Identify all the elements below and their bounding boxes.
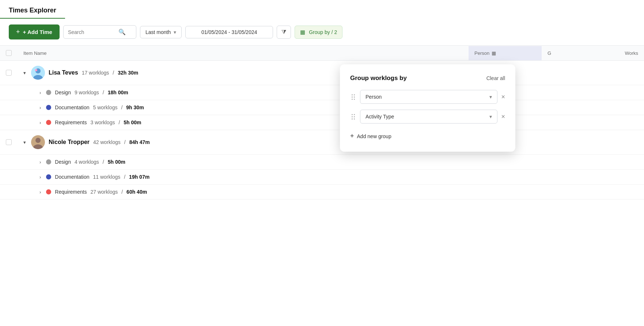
add-group-plus-icon: + bbox=[350, 132, 354, 140]
avatar bbox=[31, 66, 45, 80]
row-checkbox[interactable] bbox=[6, 139, 12, 145]
worklog-hours: 5h 00m bbox=[124, 120, 141, 125]
activity-dot bbox=[46, 120, 51, 125]
filter-button[interactable]: ⧩ bbox=[277, 26, 291, 39]
clear-all-button[interactable]: Clear all bbox=[486, 75, 505, 81]
person-row-content: ▾ Nicole Tropper 42 worklogs / 84h 47m bbox=[18, 135, 644, 149]
search-box[interactable]: 🔍 bbox=[63, 25, 136, 39]
layout-icon: ▦ bbox=[300, 29, 305, 35]
search-icon: 🔍 bbox=[118, 29, 126, 35]
avatar bbox=[31, 135, 45, 149]
sub-row: › Requirements 3 worklogs / 5h 00m bbox=[0, 115, 644, 130]
drag-handle[interactable] bbox=[350, 93, 356, 101]
col-person-layout-icon: ▦ bbox=[492, 50, 496, 56]
activity-name: Requirements bbox=[55, 189, 87, 195]
separator: / bbox=[124, 139, 126, 145]
sub-row-content: › Design 4 worklogs / 5h 00m bbox=[18, 159, 644, 165]
col-person-label: Person bbox=[474, 50, 489, 56]
worklog-count: 27 worklogs bbox=[91, 189, 118, 195]
drag-dots-icon bbox=[352, 94, 355, 100]
activity-name: Design bbox=[55, 90, 71, 95]
add-new-group-button[interactable]: + Add new group bbox=[350, 129, 505, 143]
toolbar: + + Add Time 🔍 Last month ▾ 01/05/2024 -… bbox=[0, 19, 644, 46]
person-row: ▾ Lisa Teves 17 worklogs / 32h 30m bbox=[0, 61, 644, 85]
sub-expand-icon[interactable]: › bbox=[39, 189, 41, 195]
date-filter-label: Last month bbox=[145, 29, 171, 35]
filter-icon: ⧩ bbox=[281, 29, 286, 35]
worklog-count: 9 worklogs bbox=[75, 90, 99, 95]
date-range-value: 01/05/2024 - 31/05/2024 bbox=[201, 29, 257, 35]
add-group-label: Add new group bbox=[357, 133, 391, 139]
sub-row: › Design 9 worklogs / 18h 00m bbox=[0, 85, 644, 100]
plus-icon: + bbox=[16, 28, 20, 36]
sub-row-content: › Design 9 worklogs / 18h 00m bbox=[18, 90, 644, 95]
worklog-hours: 5h 00m bbox=[108, 159, 125, 165]
sub-row: › Documentation 5 worklogs / 9h 30m bbox=[0, 100, 644, 115]
row-indent bbox=[0, 70, 18, 76]
activity-name: Documentation bbox=[55, 174, 89, 180]
worklog-count: 42 worklogs bbox=[93, 139, 121, 145]
worklog-hours: 9h 30m bbox=[126, 105, 144, 110]
sub-row: › Design 4 worklogs / 5h 00m bbox=[0, 155, 644, 170]
table-header: Item Name Person ▦ G Works bbox=[0, 46, 644, 61]
activity-dot bbox=[46, 189, 51, 194]
drag-dots-icon bbox=[352, 114, 355, 120]
person-name: Lisa Teves bbox=[49, 69, 78, 76]
expand-icon[interactable]: ▾ bbox=[23, 140, 26, 145]
sub-expand-icon[interactable]: › bbox=[39, 159, 41, 165]
col-header-group: G bbox=[542, 46, 600, 60]
group-select-2-chevron-icon: ▾ bbox=[489, 114, 492, 120]
worklog-count: 3 worklogs bbox=[91, 120, 115, 125]
add-time-label: + Add Time bbox=[23, 29, 52, 35]
avatar-image bbox=[31, 135, 45, 149]
drag-handle[interactable] bbox=[350, 113, 356, 121]
separator: / bbox=[118, 120, 120, 125]
person-row: ▾ Nicole Tropper 42 worklogs / 84h 47m bbox=[0, 130, 644, 155]
person-name: Nicole Tropper bbox=[49, 139, 90, 145]
group-select-2-value: Activity Type bbox=[365, 114, 394, 120]
table-body: ▾ Lisa Teves 17 worklogs / 32h 30m bbox=[0, 61, 644, 200]
activity-dot bbox=[46, 90, 51, 95]
worklog-hours: 19h 07m bbox=[129, 174, 149, 180]
col-header-name: Item Name bbox=[18, 46, 469, 60]
sub-expand-icon[interactable]: › bbox=[39, 120, 41, 125]
date-filter-dropdown[interactable]: Last month ▾ bbox=[140, 26, 182, 38]
worklog-count: 17 worklogs bbox=[82, 70, 109, 76]
add-time-button[interactable]: + + Add Time bbox=[9, 24, 60, 39]
remove-group-2-button[interactable]: × bbox=[501, 113, 505, 120]
select-all-checkbox[interactable] bbox=[0, 46, 18, 60]
activity-name: Documentation bbox=[55, 105, 89, 110]
sub-row-content: › Documentation 11 worklogs / 19h 07m bbox=[18, 174, 644, 180]
date-filter-chevron-icon: ▾ bbox=[174, 29, 176, 35]
group-select-1[interactable]: Person ▾ bbox=[360, 90, 497, 104]
sub-row: › Requirements 27 worklogs / 60h 40m bbox=[0, 185, 644, 200]
group-select-1-value: Person bbox=[365, 94, 382, 100]
sub-expand-icon[interactable]: › bbox=[39, 174, 41, 180]
group-by-button[interactable]: ▦ Group by / 2 bbox=[295, 26, 342, 39]
group-row-2: Activity Type ▾ × bbox=[350, 110, 505, 124]
page: Times Explorer + + Add Time 🔍 Last month… bbox=[0, 0, 644, 326]
sub-expand-icon[interactable]: › bbox=[39, 105, 41, 110]
col-header-works: Works bbox=[600, 46, 644, 60]
activity-name: Design bbox=[55, 159, 71, 165]
worklog-hours: 18h 00m bbox=[108, 90, 128, 95]
sub-row-content: › Requirements 27 worklogs / 60h 40m bbox=[18, 189, 644, 195]
worklog-hours: 84h 47m bbox=[129, 139, 150, 145]
row-indent bbox=[0, 139, 18, 145]
separator: / bbox=[103, 159, 104, 165]
remove-group-1-button[interactable]: × bbox=[501, 94, 505, 100]
row-checkbox[interactable] bbox=[6, 70, 12, 76]
expand-icon[interactable]: ▾ bbox=[23, 70, 26, 76]
group-select-2[interactable]: Activity Type ▾ bbox=[360, 110, 497, 124]
group-select-1-chevron-icon: ▾ bbox=[489, 94, 492, 100]
activity-dot bbox=[46, 174, 51, 179]
activity-name: Requirements bbox=[55, 120, 87, 125]
worklog-hours: 60h 40m bbox=[126, 189, 147, 195]
separator: / bbox=[121, 105, 122, 110]
date-range-picker[interactable]: 01/05/2024 - 31/05/2024 bbox=[185, 26, 273, 38]
group-by-popup: Group worklogs by Clear all Person ▾ × bbox=[340, 64, 515, 152]
separator: / bbox=[124, 174, 125, 180]
sub-expand-icon[interactable]: › bbox=[39, 90, 41, 95]
search-input[interactable] bbox=[68, 29, 115, 35]
checkbox-all[interactable] bbox=[6, 50, 12, 56]
